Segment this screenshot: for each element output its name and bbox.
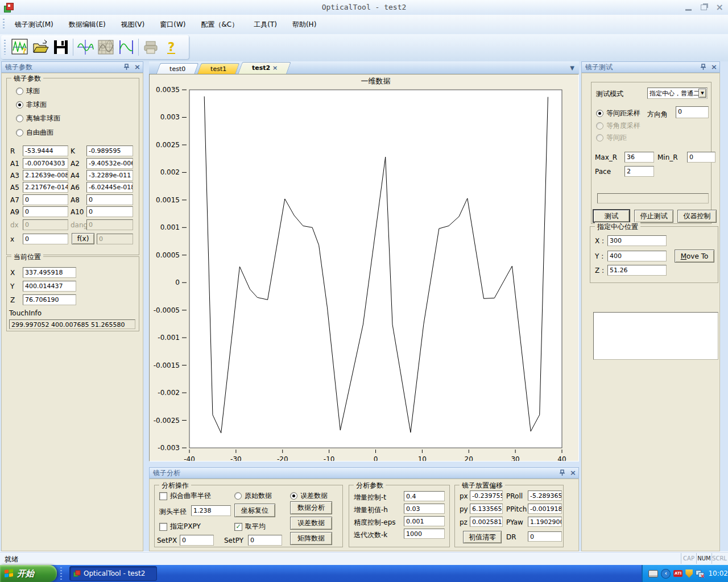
dr-field[interactable]: 0 (528, 531, 562, 542)
language-bar-icon[interactable]: ‹ (661, 569, 670, 579)
x-input[interactable]: 0 (23, 234, 68, 244)
open-file-button[interactable] (30, 37, 51, 57)
print-button[interactable] (140, 37, 161, 57)
new-chart-button[interactable]: ? (10, 37, 30, 57)
param-eps-field[interactable]: 0.001 (404, 516, 445, 526)
param-field-A5[interactable]: 2.21767e-014 (23, 182, 68, 193)
tab-list-dropdown-icon[interactable]: ▼ (570, 65, 574, 71)
param-field-A4[interactable]: -3.2289e-011 (86, 170, 133, 181)
tab-test1[interactable]: test1 (197, 63, 240, 74)
setpx-field[interactable]: 0 (180, 535, 214, 546)
raw-data-radio[interactable]: 原始数据 (234, 491, 272, 501)
help-button[interactable]: ? (161, 37, 181, 57)
set-pxpy-checkbox[interactable]: 指定PXPY (159, 522, 201, 531)
ppitch-field[interactable]: -0.00191800 (528, 504, 562, 514)
probe-radius-field[interactable]: 1.238 (191, 505, 231, 516)
param-field-A3[interactable]: 2.12639e-008 (23, 170, 68, 181)
param-field-A6[interactable]: -6.02445e-018 (86, 182, 133, 193)
move-to-button[interactable]: Move To (675, 250, 714, 263)
pos-x-field[interactable]: 337.495918 (23, 267, 76, 278)
grid-chart-button[interactable] (96, 37, 116, 57)
tab-test2-active[interactable]: test2 × (238, 62, 291, 74)
error-data-radio[interactable]: 误差数据 (290, 491, 328, 501)
param-field-A9[interactable]: 0 (23, 206, 68, 217)
param-field-A2[interactable]: -9.40532e-006 (86, 158, 133, 169)
menu-window[interactable]: 窗口(W) (154, 18, 192, 31)
close-panel-icon[interactable]: × (711, 63, 717, 70)
error-data-button[interactable]: 误差数据 (290, 517, 332, 530)
radio-freeform[interactable]: 自由曲面 (16, 128, 53, 138)
radio-asphere[interactable]: 非球面 (16, 100, 47, 110)
clear-initial-button[interactable]: 初值清零 (463, 531, 502, 543)
setpy-field[interactable]: 0 (248, 535, 282, 546)
average-checkbox[interactable]: ✓取平均 (234, 522, 266, 531)
center-x-field[interactable]: 300 (607, 235, 667, 246)
line-chart[interactable]: 一维数据0.00350.0030.00250.0020.00150.0010.0… (150, 74, 578, 461)
param-k-field[interactable]: 1000 (404, 529, 445, 539)
param-field-K[interactable]: -0.989595 (86, 146, 133, 156)
sine-view-button[interactable] (116, 37, 136, 57)
fx-button[interactable]: f(x) (72, 233, 94, 244)
px-field[interactable]: -0.2397554 (470, 490, 503, 501)
param-h-field[interactable]: 0.03 (404, 504, 445, 514)
message-listbox[interactable] (593, 312, 718, 360)
close-button[interactable]: × (716, 3, 723, 12)
save-button[interactable] (51, 37, 71, 57)
pin-icon[interactable] (559, 469, 565, 476)
menu-config[interactable]: 配置（&C） (195, 18, 245, 31)
ati-tray-icon[interactable]: ATI (673, 570, 682, 577)
py-field[interactable]: 6.13356501 (470, 504, 503, 514)
max-r-field[interactable]: 36 (624, 152, 654, 163)
dropdown-arrow-icon[interactable]: ▼ (698, 89, 706, 98)
matrix-data-button[interactable]: 矩阵数据 (290, 532, 332, 545)
param-field-A8[interactable]: 0 (86, 194, 133, 205)
pace-field[interactable]: 2 (624, 166, 654, 177)
security-shield-icon[interactable] (685, 569, 693, 578)
pin-icon[interactable] (700, 64, 706, 70)
minimize-button[interactable] (685, 9, 692, 11)
min-r-field[interactable]: 0 (687, 152, 715, 163)
left-panel-header[interactable]: 镜子参数 × (1, 61, 143, 73)
center-y-field[interactable]: 400 (607, 251, 667, 261)
pyaw-field[interactable]: 1.19029009 (528, 517, 562, 527)
pos-y-field[interactable]: 400.014437 (23, 281, 76, 292)
toolbar-grip[interactable] (4, 40, 6, 54)
tab-close-icon[interactable]: × (272, 64, 278, 72)
coord-reset-button[interactable]: 坐标复位 (234, 504, 275, 517)
pos-z-field[interactable]: 76.706190 (23, 294, 76, 305)
data-analysis-button[interactable]: 数据分析 (290, 501, 332, 514)
pin-icon[interactable] (123, 64, 130, 70)
menu-mirror-test[interactable]: 镜子测试(M) (9, 18, 60, 31)
start-button[interactable]: 开始 (0, 565, 57, 582)
param-t-field[interactable]: 0.4 (404, 491, 445, 501)
axes-plot-button[interactable] (75, 37, 96, 57)
analysis-panel-header[interactable]: 镜子分析 × (149, 467, 579, 479)
param-field-A1[interactable]: -0.00704303 (23, 158, 68, 169)
menu-grip[interactable] (3, 19, 5, 30)
center-z-field[interactable]: 51.26 (607, 265, 667, 276)
radio-sphere[interactable]: 球面 (16, 86, 40, 96)
instrument-control-button[interactable]: 仪器控制 (677, 210, 717, 223)
stop-test-button[interactable]: 停止测试 (634, 210, 673, 223)
menu-tools[interactable]: 工具(T) (247, 18, 283, 31)
param-field-A10[interactable]: 0 (86, 206, 133, 217)
param-field-A7[interactable]: 0 (23, 194, 68, 205)
param-field-R[interactable]: -53.9444 (23, 146, 68, 156)
pz-field[interactable]: 0.00258109 (470, 517, 503, 527)
fit-radius-checkbox[interactable]: 拟合曲率半径 (159, 491, 211, 501)
close-panel-icon[interactable]: × (134, 63, 140, 70)
direction-angle-field[interactable]: 0 (676, 106, 709, 118)
tab-test0[interactable]: test0 (156, 63, 199, 74)
restore-button[interactable] (701, 5, 707, 10)
equidistant-sampling-radio[interactable]: 等间距采样 (596, 109, 640, 118)
menu-help[interactable]: 帮助(H) (286, 18, 322, 31)
network-error-icon[interactable]: × (696, 570, 704, 577)
close-panel-icon[interactable]: × (570, 469, 576, 476)
taskbar-grip[interactable] (60, 567, 62, 580)
menu-view[interactable]: 视图(V) (115, 18, 151, 31)
right-panel-header[interactable]: 镜子测试 × (581, 61, 720, 73)
test-button[interactable]: 测试 (593, 209, 630, 223)
keyboard-icon[interactable] (648, 570, 658, 577)
radio-offaxis-asphere[interactable]: 离轴非球面 (16, 114, 60, 123)
task-button-opticaltool[interactable]: OpticalTool - test2 (69, 566, 157, 581)
